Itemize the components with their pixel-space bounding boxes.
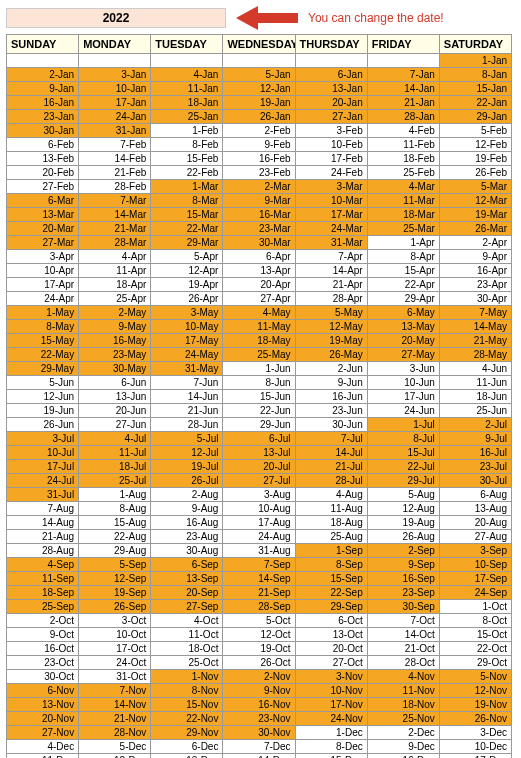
date-cell[interactable]: 12-May: [295, 320, 367, 334]
date-cell[interactable]: 7-Feb: [79, 138, 151, 152]
date-cell[interactable]: 3-Apr: [7, 250, 79, 264]
date-cell[interactable]: 1-Oct: [439, 600, 511, 614]
date-cell[interactable]: 27-Aug: [439, 530, 511, 544]
date-cell[interactable]: 21-Jul: [295, 460, 367, 474]
date-cell[interactable]: 16-Aug: [151, 516, 223, 530]
date-cell[interactable]: 26-Aug: [367, 530, 439, 544]
date-cell[interactable]: 2-Nov: [223, 670, 295, 684]
date-cell[interactable]: 12-Aug: [367, 502, 439, 516]
date-cell[interactable]: 28-Apr: [295, 292, 367, 306]
date-cell[interactable]: 20-Oct: [295, 642, 367, 656]
date-cell[interactable]: 28-Sep: [223, 600, 295, 614]
date-cell[interactable]: 18-Oct: [151, 642, 223, 656]
date-cell[interactable]: 18-Nov: [367, 698, 439, 712]
date-cell[interactable]: 2-Jul: [439, 418, 511, 432]
date-cell[interactable]: 18-Apr: [79, 278, 151, 292]
date-cell[interactable]: 3-Mar: [295, 180, 367, 194]
date-cell[interactable]: 17-Aug: [223, 516, 295, 530]
date-cell[interactable]: 15-Sep: [295, 572, 367, 586]
date-cell[interactable]: 11-Nov: [367, 684, 439, 698]
date-cell[interactable]: 10-Jul: [7, 446, 79, 460]
date-cell[interactable]: 13-Jun: [79, 390, 151, 404]
date-cell[interactable]: 25-Apr: [79, 292, 151, 306]
date-cell[interactable]: 12-Mar: [439, 194, 511, 208]
date-cell[interactable]: 7-Apr: [295, 250, 367, 264]
date-cell[interactable]: 6-Oct: [295, 614, 367, 628]
date-cell[interactable]: 3-Oct: [79, 614, 151, 628]
date-cell[interactable]: 10-Feb: [295, 138, 367, 152]
date-cell[interactable]: 7-Sep: [223, 558, 295, 572]
date-cell[interactable]: [151, 54, 223, 68]
date-cell[interactable]: 12-Sep: [79, 572, 151, 586]
date-cell[interactable]: 9-Nov: [223, 684, 295, 698]
date-cell[interactable]: 26-May: [295, 348, 367, 362]
date-cell[interactable]: 30-Jan: [7, 124, 79, 138]
date-cell[interactable]: 22-Apr: [367, 278, 439, 292]
date-cell[interactable]: 28-Nov: [79, 726, 151, 740]
date-cell[interactable]: 27-Apr: [223, 292, 295, 306]
date-cell[interactable]: 25-Jul: [79, 474, 151, 488]
date-cell[interactable]: 9-May: [79, 320, 151, 334]
date-cell[interactable]: 20-Mar: [7, 222, 79, 236]
date-cell[interactable]: 24-Jan: [79, 110, 151, 124]
date-cell[interactable]: 28-Oct: [367, 656, 439, 670]
date-cell[interactable]: 17-Feb: [295, 152, 367, 166]
date-cell[interactable]: 6-Mar: [7, 194, 79, 208]
date-cell[interactable]: 25-Sep: [7, 600, 79, 614]
date-cell[interactable]: 12-Jul: [151, 446, 223, 460]
date-cell[interactable]: 24-May: [151, 348, 223, 362]
date-cell[interactable]: 11-Mar: [367, 194, 439, 208]
date-cell[interactable]: 30-Nov: [223, 726, 295, 740]
date-cell[interactable]: 14-Apr: [295, 264, 367, 278]
date-cell[interactable]: 6-Sep: [151, 558, 223, 572]
date-cell[interactable]: 2-Apr: [439, 236, 511, 250]
date-cell[interactable]: 6-Jun: [79, 376, 151, 390]
date-cell[interactable]: 27-May: [367, 348, 439, 362]
date-cell[interactable]: 11-Jun: [439, 376, 511, 390]
date-cell[interactable]: 13-Feb: [7, 152, 79, 166]
date-cell[interactable]: 18-Sep: [7, 586, 79, 600]
date-cell[interactable]: 15-Oct: [439, 628, 511, 642]
date-cell[interactable]: 16-Dec: [367, 754, 439, 759]
date-cell[interactable]: 25-May: [223, 348, 295, 362]
date-cell[interactable]: 29-May: [7, 362, 79, 376]
date-cell[interactable]: 14-Aug: [7, 516, 79, 530]
date-cell[interactable]: 28-Jun: [151, 418, 223, 432]
date-cell[interactable]: 8-Apr: [367, 250, 439, 264]
date-cell[interactable]: 23-Oct: [7, 656, 79, 670]
date-cell[interactable]: 5-Jan: [223, 68, 295, 82]
date-cell[interactable]: 21-Sep: [223, 586, 295, 600]
date-cell[interactable]: 4-Jul: [79, 432, 151, 446]
date-cell[interactable]: 20-Jun: [79, 404, 151, 418]
date-cell[interactable]: [223, 54, 295, 68]
year-input[interactable]: 2022: [6, 8, 226, 28]
date-cell[interactable]: 8-Sep: [295, 558, 367, 572]
date-cell[interactable]: 9-Aug: [151, 502, 223, 516]
date-cell[interactable]: 17-Jun: [367, 390, 439, 404]
date-cell[interactable]: 29-Jul: [367, 474, 439, 488]
date-cell[interactable]: 20-Feb: [7, 166, 79, 180]
date-cell[interactable]: 23-Feb: [223, 166, 295, 180]
date-cell[interactable]: 4-Sep: [7, 558, 79, 572]
date-cell[interactable]: 8-Jun: [223, 376, 295, 390]
date-cell[interactable]: 6-Nov: [7, 684, 79, 698]
date-cell[interactable]: 26-Jun: [7, 418, 79, 432]
date-cell[interactable]: 3-Jun: [367, 362, 439, 376]
date-cell[interactable]: 19-Jul: [151, 460, 223, 474]
date-cell[interactable]: 14-Jan: [367, 82, 439, 96]
date-cell[interactable]: 7-Aug: [7, 502, 79, 516]
date-cell[interactable]: 21-Jun: [151, 404, 223, 418]
date-cell[interactable]: 21-Nov: [79, 712, 151, 726]
date-cell[interactable]: 8-May: [7, 320, 79, 334]
date-cell[interactable]: 8-Jan: [439, 68, 511, 82]
date-cell[interactable]: 13-Oct: [295, 628, 367, 642]
date-cell[interactable]: 18-Jun: [439, 390, 511, 404]
date-cell[interactable]: 13-May: [367, 320, 439, 334]
date-cell[interactable]: 22-Jul: [367, 460, 439, 474]
date-cell[interactable]: 16-Sep: [367, 572, 439, 586]
date-cell[interactable]: 14-Jun: [151, 390, 223, 404]
date-cell[interactable]: 23-Aug: [151, 530, 223, 544]
date-cell[interactable]: 12-Jan: [223, 82, 295, 96]
date-cell[interactable]: 24-Oct: [79, 656, 151, 670]
date-cell[interactable]: 5-Oct: [223, 614, 295, 628]
